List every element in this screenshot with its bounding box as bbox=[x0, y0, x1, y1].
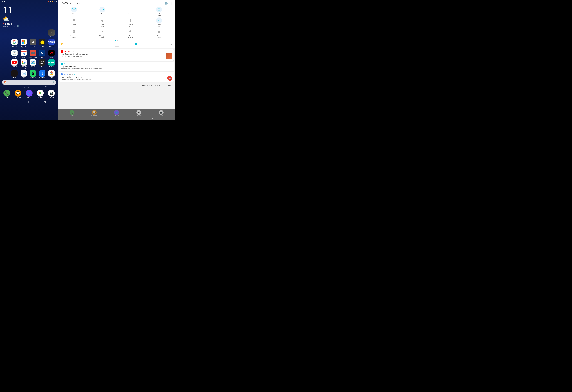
back-button[interactable]: ← bbox=[11, 100, 16, 104]
dock-playstore[interactable]: Play Store bbox=[36, 90, 44, 98]
temperature-display: 11° bbox=[3, 5, 56, 15]
app-youtube[interactable]: ▶ YouTube bbox=[10, 59, 18, 69]
facebook-label: Facebook bbox=[39, 77, 45, 79]
qs-tile-bluelight[interactable]: Blue lightfilter bbox=[89, 29, 116, 39]
search-bar[interactable]: G 🎤 bbox=[2, 80, 56, 85]
dock-messages-label: Messages bbox=[15, 97, 21, 98]
rb-camera-label: Camera bbox=[159, 115, 163, 116]
app-hue[interactable]: HUEPHILIPS Hue bbox=[38, 59, 46, 69]
qs-tile-autorotate[interactable]: Autorotate bbox=[145, 7, 173, 16]
rb-dock-messages: 💬 Messages bbox=[92, 110, 97, 116]
app-wuntu[interactable]: ⬤ Wuntu bbox=[38, 39, 46, 49]
monzo-icon: M bbox=[48, 29, 55, 36]
notif-device-maint[interactable]: ⚡ Device maintenance ⌄ App power monitor… bbox=[59, 62, 174, 71]
phone-screen-left: 📷 📨 🔕 📶 📶 12:22 11° ⛅ 📍 Enfield Updated … bbox=[0, 0, 58, 120]
app-spotify[interactable]: ♫ Spotify bbox=[10, 70, 18, 79]
rb-recent-btn: ⇌ bbox=[151, 117, 153, 120]
app-facebook[interactable]: f Facebook bbox=[38, 70, 46, 79]
youtube-notif-expand[interactable]: ⌄ bbox=[76, 50, 78, 52]
ba-label: BA bbox=[41, 57, 43, 58]
netflix-icon: N bbox=[48, 50, 55, 56]
notif-maps[interactable]: M Maps 14:38 ⌄ Heavy traffic in your are… bbox=[59, 72, 174, 82]
youtube-notif-appname: YouTube bbox=[64, 50, 70, 52]
app-row-2: 🕐 Clock ▼ ▼ 31 Calendar 🎮 bbox=[3, 50, 56, 58]
right-page-dots bbox=[38, 86, 48, 88]
qs-tile-securefolder[interactable]: SecureFolder bbox=[145, 29, 173, 39]
qs-dot-1 bbox=[115, 40, 116, 41]
qs-tile-performance[interactable]: Performancemode bbox=[60, 29, 88, 39]
search-cursor bbox=[7, 82, 51, 82]
dock-phone[interactable]: 📞 Phone bbox=[3, 90, 11, 98]
hue-label: Hue bbox=[41, 66, 43, 67]
app-whatsapp[interactable]: 📱 WhatsApp bbox=[29, 70, 37, 79]
cnguest-label: CNGuest bbox=[71, 13, 77, 15]
dock-camera[interactable]: 📷 Camera bbox=[48, 90, 55, 98]
dock-messages[interactable]: 💬 Messages bbox=[14, 90, 22, 98]
app-microsoft-apps[interactable]: MicrosoftApps bbox=[20, 39, 28, 49]
app-chrome[interactable]: Chrome bbox=[48, 70, 56, 79]
dock-camera-label: Camera bbox=[49, 97, 54, 98]
app-monzo[interactable]: M Monzo bbox=[48, 29, 56, 38]
notif-maps-title: Heavy traffic in your area bbox=[61, 76, 167, 78]
app-google[interactable]: Google bbox=[10, 39, 18, 49]
maps-notif-expand[interactable]: ⌄ bbox=[74, 73, 75, 75]
calendar-icon: ▼ ▼ 31 bbox=[20, 50, 27, 56]
qs-tile-cnguest[interactable]: CNGuest bbox=[60, 7, 88, 16]
recent-button[interactable]: ⇌ bbox=[43, 99, 47, 105]
home-dot-right bbox=[45, 86, 47, 88]
maps-traffic-icon: 🚗 bbox=[167, 76, 172, 81]
app-grid: M Monzo Google MicrosoftApps 3 bbox=[0, 29, 58, 79]
monzo-label: Monzo bbox=[49, 36, 53, 38]
page-dot-3 bbox=[44, 87, 45, 88]
qs-tile-powersaving[interactable]: Powersaving bbox=[117, 17, 144, 27]
quick-settings-panel: 15:05 Tue, 18 April ⚙️ ⋮ CNGuest Vi bbox=[58, 0, 175, 48]
qs-more-icon[interactable]: ⋮ bbox=[170, 2, 173, 5]
block-notif-button[interactable]: BLOCK NOTIFICATIONS bbox=[140, 83, 164, 88]
app-clock[interactable]: 🕐 Clock bbox=[10, 50, 18, 58]
email-notif-icon: 📨 bbox=[4, 1, 5, 2]
status-right-icons: 🔕 📶 📶 12:22 bbox=[48, 1, 57, 2]
home-button[interactable]: ☐ bbox=[27, 100, 32, 104]
qs-tile-torch[interactable]: Torch bbox=[60, 17, 88, 27]
app-harmony[interactable]: Harmony Harmony bbox=[48, 59, 56, 69]
app-gmail[interactable]: ✉️ Gmail bbox=[20, 70, 28, 79]
dock-internet[interactable]: 🌐 Internet bbox=[25, 90, 33, 98]
app-three[interactable]: 3 Three bbox=[29, 39, 37, 49]
app-mario[interactable]: 🎮 MARIO RUN bbox=[29, 50, 37, 58]
degree-symbol: ° bbox=[13, 6, 15, 11]
app-samsung[interactable]: SAMSUNG Samsung bbox=[48, 39, 56, 49]
status-bar: 📷 📨 🔕 📶 📶 12:22 bbox=[0, 0, 58, 3]
maps-notif-time: 14:38 bbox=[69, 73, 73, 75]
clear-notif-button[interactable]: CLEAR bbox=[164, 83, 174, 88]
dock-playstore-label: Play Store bbox=[37, 97, 43, 98]
qs-tile-hotspot[interactable]: Mobilehotspot bbox=[117, 29, 144, 39]
flightmode-label: Flightmode bbox=[100, 24, 104, 27]
app-maps[interactable]: 🗺️ Maps bbox=[29, 59, 37, 69]
securefolder-icon bbox=[156, 29, 162, 34]
qs-tile-mobiledata[interactable]: Mobiledata bbox=[145, 17, 173, 27]
app-netflix[interactable]: N Netflix bbox=[48, 50, 56, 58]
app-google-now[interactable]: Google NowLauncher bbox=[20, 59, 28, 69]
notif-youtube[interactable]: ▶ YouTube 11:40 ⌄ New from Good Mythical… bbox=[59, 49, 174, 61]
brightness-slider[interactable] bbox=[65, 44, 169, 44]
qs-tile-flightmode[interactable]: Flightmode bbox=[89, 17, 116, 27]
chrome-label: Chrome bbox=[49, 77, 54, 79]
maps-notif-icon: M bbox=[61, 73, 63, 75]
mic-icon[interactable]: 🎤 bbox=[52, 81, 55, 83]
whatsapp-label: WhatsApp bbox=[30, 77, 36, 79]
app-ba[interactable]: BA BA bbox=[38, 50, 46, 58]
device-maint-icon: ⚡ bbox=[61, 63, 63, 65]
rb-dock-camera: 📷 Camera bbox=[159, 110, 163, 116]
qs-tile-bluetooth[interactable]: Bluetooth bbox=[117, 7, 144, 16]
right-panel: 15:05 Tue, 18 April ⚙️ ⋮ CNGuest Vi bbox=[58, 0, 175, 120]
brightness-expand-icon[interactable]: ⌄ bbox=[171, 43, 173, 46]
samsung-icon: SAMSUNG bbox=[48, 39, 55, 45]
app-row-4: ♫ Spotify ✉️ Gmail 📱 WhatsApp f bbox=[3, 70, 56, 79]
mobiledata-label: Mobiledata bbox=[157, 24, 161, 27]
qs-settings-icon[interactable]: ⚙️ bbox=[165, 2, 168, 5]
app-calendar[interactable]: ▼ ▼ 31 Calendar bbox=[20, 50, 28, 58]
qs-tiles-row2: Performancemode Blue lightfilter Mobileh… bbox=[60, 29, 173, 39]
device-maint-expand[interactable]: ⌄ bbox=[79, 63, 81, 65]
qs-tile-vibrate[interactable]: Vibrate bbox=[89, 7, 116, 16]
rb-playstore-label: Play Store bbox=[136, 115, 142, 116]
